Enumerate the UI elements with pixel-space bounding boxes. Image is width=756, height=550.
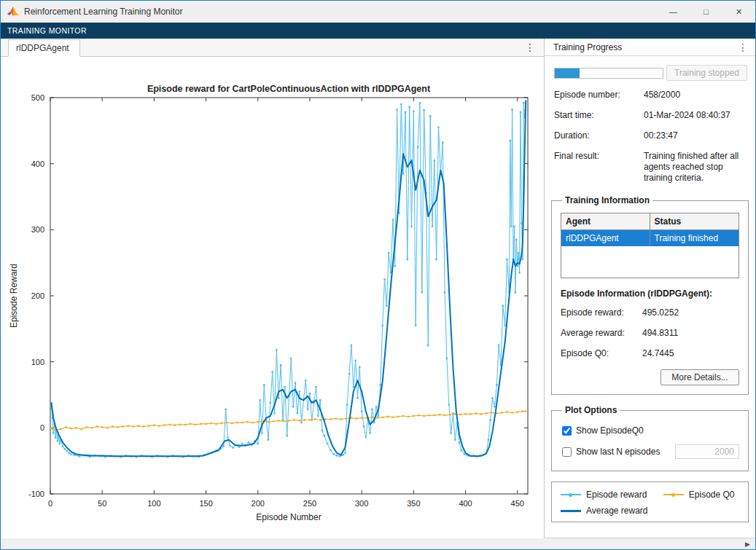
- show-last-n-label: Show last N episodes: [576, 447, 660, 457]
- training-information-title: Training Information: [562, 195, 652, 205]
- agent-table-empty-area: [561, 246, 739, 278]
- title-bar: Reinforcement Learning Training Monitor …: [1, 1, 755, 23]
- svg-text:350: 350: [407, 499, 420, 508]
- status-bar: ▶: [1, 538, 755, 549]
- svg-text:400: 400: [31, 160, 44, 168]
- svg-text:0: 0: [48, 499, 52, 508]
- more-details-row: More Details...: [561, 369, 739, 387]
- svg-text:200: 200: [31, 291, 44, 300]
- show-last-n-option: Show last N episodes: [562, 447, 660, 457]
- close-button[interactable]: ✕: [722, 1, 755, 23]
- svg-text:100: 100: [31, 358, 44, 366]
- legend-label: Episode Q0: [689, 490, 735, 500]
- chart-pane: rlDDPGAgent ⋮ 05010015020025030035040045…: [1, 39, 545, 538]
- panel-title: Training Progress: [553, 42, 622, 52]
- main-region: rlDDPGAgent ⋮ 05010015020025030035040045…: [1, 39, 755, 538]
- chart-xlabel: Episode Number: [256, 512, 321, 522]
- agent-table-header: Agent Status: [561, 213, 739, 230]
- panel-menu-icon[interactable]: ⋮: [732, 40, 754, 55]
- legend-label: Episode reward: [586, 490, 647, 500]
- episode-q0-value: 24.7445: [642, 348, 739, 359]
- episode-information-fields: Episode reward: 495.0252 Average reward:…: [561, 307, 739, 359]
- show-last-n-row: Show last N episodes: [562, 444, 739, 459]
- agent-status-table: Agent Status rlDDPGAgent Training finish…: [561, 213, 739, 278]
- progress-fill: [555, 68, 580, 78]
- legend-label: Average reward: [586, 506, 648, 516]
- duration-value: 00:23:47: [644, 130, 749, 141]
- episode-number-label: Episode number:: [554, 90, 644, 101]
- training-progress-panel: Training Progress ⋮ Training stopped Epi…: [545, 39, 755, 538]
- legend-marker-dot: [569, 493, 572, 497]
- svg-text:250: 250: [303, 499, 316, 508]
- progress-row: Training stopped: [551, 65, 749, 81]
- chart-legend: Episode rewardEpisode Q0Average reward: [551, 482, 749, 522]
- legend-line-swatch: [561, 494, 581, 495]
- chart-title: Episode reward for CartPoleContinuousAct…: [147, 84, 431, 94]
- panel-header: Training Progress ⋮: [545, 39, 755, 56]
- window-title: Reinforcement Learning Training Monitor: [24, 7, 182, 17]
- legend-item-average-reward: Average reward: [561, 506, 663, 516]
- training-information-group: Training Information Agent Status rlDDPG…: [551, 195, 749, 395]
- svg-text:400: 400: [459, 499, 472, 508]
- agent-table-row[interactable]: rlDDPGAgent Training finished: [561, 230, 739, 246]
- legend-line-swatch: [561, 510, 581, 512]
- summary-fields: Episode number: 458/2000 Start time: 01-…: [551, 90, 749, 184]
- svg-text:50: 50: [98, 499, 106, 508]
- training-stopped-button: Training stopped: [666, 65, 747, 81]
- chart-area: 050100150200250300350400450-100010020030…: [1, 57, 544, 538]
- svg-text:200: 200: [252, 499, 265, 508]
- svg-text:150: 150: [199, 499, 212, 508]
- matlab-logo-icon: [7, 6, 20, 17]
- tab-label: rlDDPGAgent: [16, 43, 69, 53]
- document-tab-bar: rlDDPGAgent ⋮: [1, 39, 544, 57]
- toolstrip-tab-training-monitor[interactable]: TRAINING MONITOR: [7, 26, 87, 35]
- legend-line-swatch: [663, 494, 684, 495]
- app-window: Reinforcement Learning Training Monitor …: [0, 0, 756, 550]
- svg-text:300: 300: [355, 499, 368, 508]
- svg-text:0: 0: [40, 423, 44, 432]
- episode-q0-label: Episode Q0:: [561, 348, 642, 359]
- status-column-header: Status: [650, 213, 739, 229]
- show-episodeq0-checkbox[interactable]: [562, 426, 572, 436]
- more-details-button[interactable]: More Details...: [660, 369, 739, 385]
- episode-number-value: 458/2000: [644, 90, 749, 101]
- status-cell: Training finished: [650, 230, 739, 246]
- svg-text:450: 450: [511, 499, 524, 508]
- legend-marker-dot: [671, 493, 675, 497]
- legend-item-episode-q0: Episode Q0: [663, 490, 741, 500]
- training-progress-bar: [554, 68, 663, 79]
- plot-options-title: Plot Options: [562, 405, 620, 415]
- expand-arrow-icon[interactable]: ▶: [740, 541, 755, 548]
- toolstrip: TRAINING MONITOR: [1, 23, 755, 39]
- svg-text:500: 500: [31, 93, 44, 102]
- show-episodeq0-row: Show EpisodeQ0: [562, 425, 739, 436]
- reward-chart: 050100150200250300350400450-100010020030…: [1, 57, 545, 536]
- final-result-value: Training finished after all agents reach…: [644, 151, 749, 184]
- svg-text:300: 300: [31, 225, 44, 234]
- plot-options-group: Plot Options Show EpisodeQ0 Show last N …: [551, 405, 749, 471]
- chart-ylabel: Episode Reward: [9, 264, 19, 328]
- episode-reward-value: 495.0252: [642, 307, 739, 318]
- duration-label: Duration:: [554, 130, 644, 141]
- agent-cell: rlDDPGAgent: [561, 230, 650, 246]
- average-reward-label: Average reward:: [561, 328, 642, 339]
- chart-pane-menu-icon[interactable]: ⋮: [519, 40, 541, 55]
- episode-information-title: Episode Information (rlDDPGAgent):: [561, 288, 739, 299]
- svg-text:100: 100: [147, 499, 160, 508]
- start-time-label: Start time:: [554, 110, 644, 121]
- final-result-label: Final result:: [554, 151, 644, 184]
- last-n-episodes-input: [675, 444, 739, 459]
- start-time-value: 01-Mar-2024 08:40:37: [644, 110, 749, 121]
- minimize-button[interactable]: —: [657, 1, 690, 23]
- maximize-button[interactable]: □: [690, 1, 722, 23]
- show-last-n-checkbox[interactable]: [562, 447, 572, 457]
- episode-reward-label: Episode reward:: [561, 307, 642, 318]
- window-controls: — □ ✕: [657, 1, 755, 23]
- svg-text:-100: -100: [28, 490, 44, 498]
- legend-item-episode-reward: Episode reward: [561, 490, 663, 500]
- show-episodeq0-label: Show EpisodeQ0: [576, 425, 644, 436]
- tab-rlddpgagent[interactable]: rlDDPGAgent: [8, 39, 80, 57]
- agent-column-header: Agent: [561, 213, 650, 229]
- panel-body: Training stopped Episode number: 458/200…: [545, 56, 755, 538]
- average-reward-value: 494.8311: [642, 328, 739, 339]
